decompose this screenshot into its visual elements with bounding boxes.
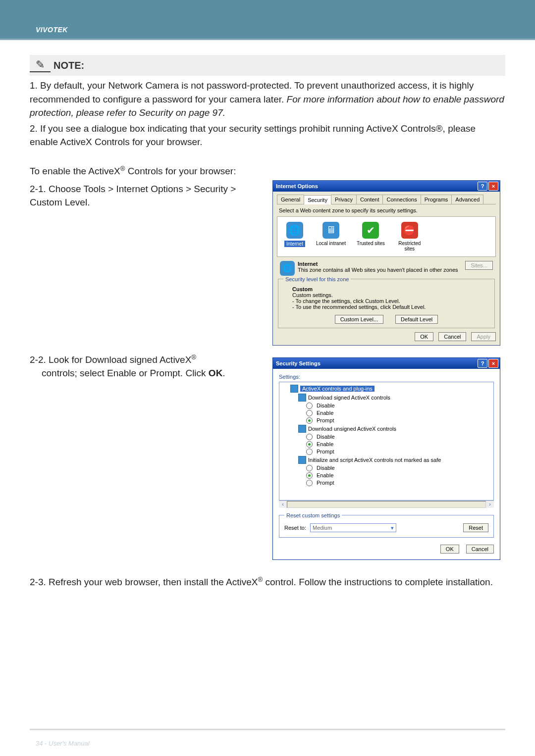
dialog-title: Internet Options xyxy=(276,183,318,189)
note-item-1: 1. By default, your Network Camera is no… xyxy=(30,79,505,120)
tab-privacy[interactable]: Privacy xyxy=(331,195,357,204)
radio-unselected[interactable] xyxy=(306,465,313,471)
radio-unselected[interactable] xyxy=(306,410,313,416)
horizontal-scrollbar[interactable]: ‹ › xyxy=(279,501,494,508)
reset-button[interactable]: Reset xyxy=(463,523,488,532)
restricted-sites-icon: ⛔ xyxy=(401,222,418,239)
zone-info-title: Internet xyxy=(298,261,462,267)
dialog-title: Security Settings xyxy=(276,360,321,366)
cancel-button[interactable]: Cancel xyxy=(466,545,494,554)
custom-line-1: - To change the settings, click Custom L… xyxy=(292,298,486,304)
zone-internet[interactable]: 🌐 Internet xyxy=(284,222,305,252)
help-icon[interactable]: ? xyxy=(478,359,487,368)
tab-strip: General Security Privacy Content Connect… xyxy=(277,195,496,204)
activex-icon xyxy=(298,456,306,464)
settings-tree[interactable]: ActiveX controls and plug-ins Download s… xyxy=(279,382,494,501)
custom-level-button[interactable]: Custom Level... xyxy=(335,315,383,324)
reset-level-select[interactable]: Medium xyxy=(310,523,396,532)
tab-content[interactable]: Content xyxy=(356,195,383,204)
help-icon[interactable]: ? xyxy=(478,182,487,191)
radio-unselected[interactable] xyxy=(306,403,313,409)
trusted-sites-icon: ✔ xyxy=(362,222,379,239)
tree-node-init-script[interactable]: Initialize and script ActiveX controls n… xyxy=(308,457,441,463)
zone-trusted-sites[interactable]: ✔ Trusted sites xyxy=(357,222,385,252)
step-2-3: 2-3. Refresh your web browser, then inst… xyxy=(30,575,505,589)
ok-button[interactable]: OK xyxy=(415,332,433,341)
note-banner: ✎ NOTE: xyxy=(30,55,505,76)
footer-divider xyxy=(30,729,505,730)
close-icon[interactable]: × xyxy=(488,359,498,368)
ok-button[interactable]: OK xyxy=(440,545,459,554)
note-item-2: 2. If you see a dialogue box indicating … xyxy=(30,122,505,149)
activex-icon xyxy=(290,385,298,393)
tab-connections[interactable]: Connections xyxy=(382,195,421,204)
tab-general[interactable]: General xyxy=(277,195,304,204)
local-intranet-icon: 🖥 xyxy=(322,222,339,239)
activex-icon xyxy=(298,394,306,402)
reset-to-label: Reset to: xyxy=(284,525,306,531)
sites-button: Sites... xyxy=(465,261,493,270)
zone-restricted-sites[interactable]: ⛔ Restricted sites xyxy=(396,222,424,252)
cancel-button[interactable]: Cancel xyxy=(438,332,466,341)
scroll-right-icon[interactable]: › xyxy=(486,501,494,508)
radio-unselected[interactable] xyxy=(306,449,313,455)
enable-intro: To enable the ActiveX® Controls for your… xyxy=(30,164,505,178)
tree-node-unsigned[interactable]: Download unsigned ActiveX controls xyxy=(308,426,396,432)
reset-legend: Reset custom settings xyxy=(284,512,342,518)
default-level-button[interactable]: Default Level xyxy=(395,315,438,324)
tree-root[interactable]: ActiveX controls and plug-ins xyxy=(300,386,374,392)
zone-info-text: This zone contains all Web sites you hav… xyxy=(298,267,462,273)
globe-icon: 🌐 xyxy=(286,222,303,239)
pencil-icon: ✎ xyxy=(30,58,51,72)
radio-selected[interactable] xyxy=(306,472,313,479)
tab-advanced[interactable]: Advanced xyxy=(451,195,483,204)
tab-security[interactable]: Security xyxy=(304,195,331,204)
radio-unselected[interactable] xyxy=(306,434,313,440)
internet-options-dialog: Internet Options ? × General Security Pr… xyxy=(272,180,500,346)
zone-local-intranet[interactable]: 🖥 Local intranet xyxy=(316,222,346,252)
settings-label: Settings: xyxy=(279,374,494,380)
radio-selected[interactable] xyxy=(306,441,313,448)
activex-icon xyxy=(298,425,306,433)
scroll-left-icon[interactable]: ‹ xyxy=(279,501,287,508)
note-heading: NOTE: xyxy=(54,60,84,71)
close-icon[interactable]: × xyxy=(488,182,498,191)
apply-button: Apply xyxy=(471,332,496,341)
step-2-1: 2-1. Choose Tools > Internet Options > S… xyxy=(30,182,263,209)
custom-title: Custom xyxy=(292,286,486,292)
globe-icon: 🌐 xyxy=(280,261,295,276)
radio-unselected[interactable] xyxy=(306,480,313,486)
tree-node-signed[interactable]: Download signed ActiveX controls xyxy=(308,395,390,401)
step-2-2: 2-2. Look for Download signed ActiveX® c… xyxy=(30,353,263,380)
custom-sub: Custom settings. xyxy=(292,292,486,298)
page-footer: 34 - User's Manual xyxy=(36,740,90,747)
zone-intro: Select a Web content zone to specify its… xyxy=(279,207,494,213)
custom-line-2: - To use the recommended settings, click… xyxy=(292,304,486,310)
brand-header: VIVOTEK xyxy=(0,0,535,39)
security-settings-dialog: Security Settings ? × Settings: ActiveX … xyxy=(272,357,500,560)
radio-selected[interactable] xyxy=(306,417,313,424)
tab-programs[interactable]: Programs xyxy=(421,195,452,204)
security-level-legend: Security level for this zone xyxy=(283,276,351,282)
